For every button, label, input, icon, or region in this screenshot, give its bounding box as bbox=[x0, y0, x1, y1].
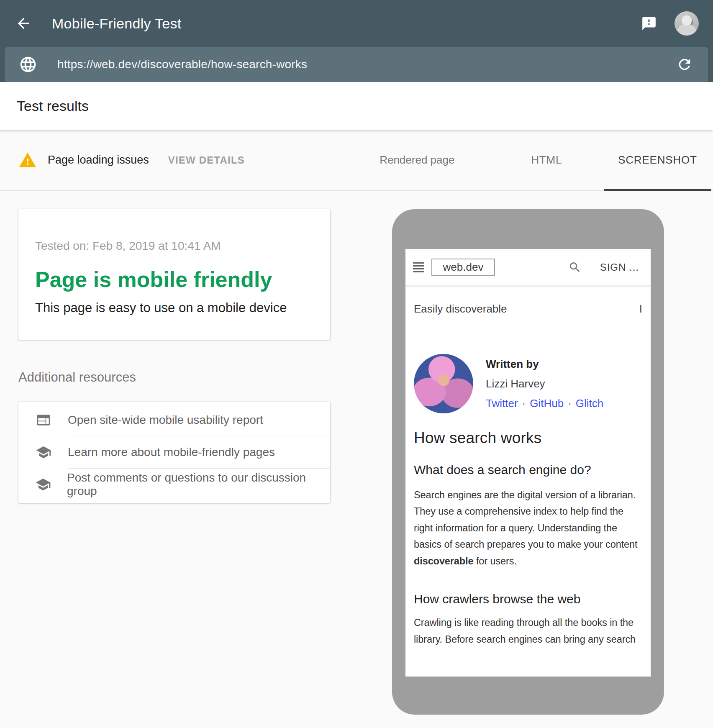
additional-resources-title: Additional resources bbox=[18, 370, 343, 385]
resource-usability-report[interactable]: Open site-wide mobile usability report bbox=[18, 404, 330, 436]
additional-resources-card: Open site-wide mobile usability report L… bbox=[18, 402, 330, 503]
user-avatar[interactable] bbox=[675, 11, 699, 36]
school-icon bbox=[35, 444, 52, 460]
breadcrumb: Easily discoverable bbox=[414, 302, 507, 315]
paragraph-text: Search engines are the digital version o… bbox=[414, 490, 637, 550]
phone-site-header: web.dev SIGN ... bbox=[405, 249, 651, 286]
breadcrumb-trailing: I bbox=[639, 302, 642, 315]
article-title: How search works bbox=[405, 429, 651, 447]
tab-rendered-page[interactable]: Rendered page bbox=[343, 130, 491, 190]
page-loading-issues-row: Page loading issues VIEW DETAILS bbox=[0, 130, 343, 191]
preview-tabs: Rendered page HTML SCREENSHOT bbox=[343, 130, 713, 191]
glitch-link: Glitch bbox=[576, 397, 603, 410]
article-subheading-1: What does a search engine do? bbox=[405, 463, 651, 477]
result-card: Tested on: Feb 8, 2019 at 10:41 AM Page … bbox=[18, 209, 330, 340]
tested-on-timestamp: Tested on: Feb 8, 2019 at 10:41 AM bbox=[35, 239, 313, 253]
resource-label: Learn more about mobile-friendly pages bbox=[68, 446, 275, 459]
globe-icon bbox=[19, 55, 37, 74]
verdict-heading: Page is mobile friendly bbox=[35, 267, 313, 292]
page-title: Test results bbox=[17, 98, 89, 114]
resource-label: Post comments or questions to our discus… bbox=[67, 471, 313, 498]
author-links: Twitter·GitHub·Glitch bbox=[486, 397, 603, 410]
school-icon bbox=[35, 477, 51, 492]
back-button[interactable] bbox=[14, 14, 33, 33]
tab-html[interactable]: HTML bbox=[491, 130, 602, 190]
resource-label: Open site-wide mobile usability report bbox=[68, 413, 263, 427]
github-link: GitHub bbox=[530, 397, 564, 410]
app-title: Mobile-Friendly Test bbox=[52, 15, 641, 32]
phone-screenshot: web.dev SIGN ... Easily discoverable I W… bbox=[405, 249, 651, 677]
arrow-back-icon bbox=[15, 15, 32, 32]
resource-discussion-group[interactable]: Post comments or questions to our discus… bbox=[18, 469, 330, 500]
warning-icon bbox=[18, 151, 37, 169]
site-name-box: web.dev bbox=[431, 259, 495, 276]
tab-screenshot[interactable]: SCREENSHOT bbox=[602, 130, 713, 190]
phone-mockup: web.dev SIGN ... Easily discoverable I W… bbox=[392, 209, 664, 715]
twitter-link: Twitter bbox=[486, 397, 518, 410]
preview-panel: Rendered page HTML SCREENSHOT web.dev SI… bbox=[343, 130, 713, 728]
tested-url[interactable]: https://web.dev/discoverable/how-search-… bbox=[57, 58, 676, 71]
verdict-description: This page is easy to use on a mobile dev… bbox=[35, 300, 313, 315]
refresh-icon[interactable] bbox=[676, 56, 693, 73]
sign-in-label: SIGN ... bbox=[600, 261, 639, 273]
search-icon bbox=[568, 261, 582, 274]
author-avatar bbox=[414, 354, 473, 413]
author-name: Lizzi Harvey bbox=[486, 377, 603, 390]
article-subheading-2: How crawlers browse the web bbox=[405, 592, 651, 606]
article-paragraph-1: Search engines are the digital version o… bbox=[405, 487, 651, 569]
breadcrumb-row: Easily discoverable I bbox=[405, 302, 651, 315]
author-block: Written by Lizzi Harvey Twitter·GitHub·G… bbox=[405, 354, 651, 413]
written-by-label: Written by bbox=[486, 358, 603, 371]
page-header: Test results bbox=[0, 82, 713, 130]
paragraph-text: for users. bbox=[474, 556, 517, 567]
paragraph-bold-text: discoverable bbox=[414, 556, 474, 567]
view-details-button[interactable]: VIEW DETAILS bbox=[168, 154, 245, 166]
feedback-icon[interactable] bbox=[641, 15, 657, 31]
warning-label: Page loading issues bbox=[48, 154, 149, 167]
menu-icon bbox=[413, 262, 424, 272]
usability-report-icon bbox=[35, 412, 52, 428]
link-separator: · bbox=[522, 397, 526, 410]
link-separator: · bbox=[568, 397, 572, 410]
url-bar: https://web.dev/discoverable/how-search-… bbox=[5, 47, 708, 82]
resource-learn-more[interactable]: Learn more about mobile-friendly pages bbox=[18, 436, 330, 468]
article-paragraph-2: Crawling is like reading through all the… bbox=[405, 615, 651, 648]
results-panel: Page loading issues VIEW DETAILS Tested … bbox=[0, 130, 343, 728]
app-bar: Mobile-Friendly Test bbox=[0, 0, 713, 47]
top-chrome: Mobile-Friendly Test https://web.dev/dis… bbox=[0, 0, 713, 82]
